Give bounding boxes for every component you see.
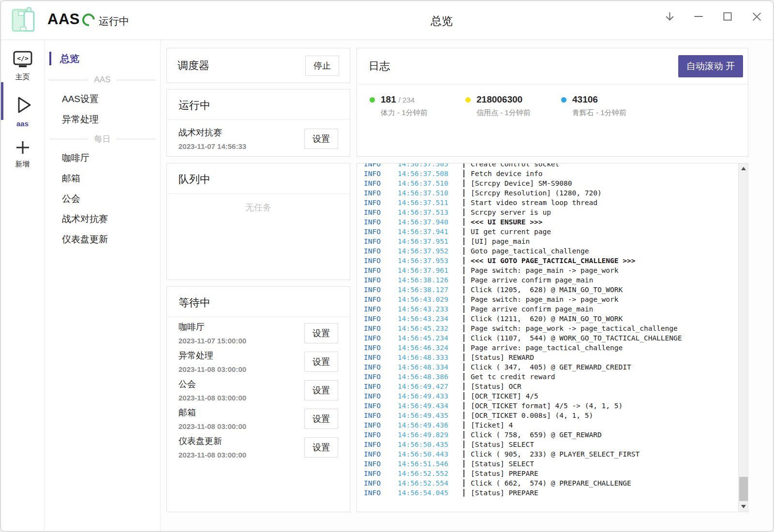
- waiting-settings-button[interactable]: 设置: [304, 409, 338, 429]
- log-scrollbar[interactable]: [738, 163, 748, 512]
- log-separator: [463, 392, 464, 400]
- waiting-task-time: 2023-11-08 03:00:00: [179, 365, 246, 373]
- log-message: [UI] page_main: [471, 236, 530, 246]
- stat-suffix: / 234: [399, 96, 415, 104]
- waiting-task-time: 2023-11-08 03:00:00: [179, 394, 246, 402]
- log-message: Page arrive: page_tactical_challenge: [471, 343, 623, 353]
- log-timestamp: 14:56:48.333: [398, 353, 460, 362]
- stat-value: 43106: [572, 94, 598, 105]
- log-separator: [463, 479, 464, 487]
- run-status-label: 运行中: [99, 15, 129, 28]
- log-level: INFO: [364, 227, 398, 236]
- log-separator: [463, 305, 464, 313]
- sidebar-item-overview[interactable]: 总览: [45, 50, 160, 67]
- rail-item-add[interactable]: 新增: [1, 139, 44, 169]
- log-message: Page switch: page_main -> page_work: [471, 266, 619, 275]
- log-message: Scrcpy server is up: [471, 207, 551, 217]
- log-separator: [463, 189, 464, 197]
- log-line: INFO14:56:52.554Click ( 662, 574) @ PREP…: [364, 478, 748, 488]
- icon-rail: </> 主页 aas 新增: [1, 40, 45, 532]
- log-level: INFO: [364, 430, 398, 440]
- log-line: INFO14:56:54.045[Status] PREPARE: [364, 488, 748, 498]
- log-line: INFO14:56:50.435[Status] SELECT: [364, 440, 748, 449]
- running-task-row: 战术对抗赛 2023-11-07 14:56:33 设置: [167, 120, 350, 150]
- sidebar-item[interactable]: 仪表盘更新: [45, 229, 160, 250]
- scrollbar-thumb[interactable]: [739, 477, 748, 501]
- log-timestamp: 14:56:37.510: [398, 188, 460, 198]
- log-timestamp: 14:56:49.427: [398, 382, 460, 391]
- sidebar-section-label: 每日: [89, 133, 117, 145]
- waiting-task-name: 仪表盘更新: [179, 435, 246, 447]
- log-lines: INFO14:56:37.505Create control socketINF…: [357, 163, 748, 498]
- log-message: Click ( 662, 574) @ PREPARE_CHALLENGE: [471, 478, 631, 488]
- log-line: INFO14:56:37.941UI get current page: [364, 227, 748, 236]
- rail-item-home[interactable]: </> 主页: [1, 50, 44, 82]
- divider-line: [49, 139, 89, 139]
- app-name: AAS: [47, 11, 80, 28]
- rail-item-aas[interactable]: aas: [1, 94, 44, 128]
- log-timestamp: 14:56:46.324: [398, 343, 460, 353]
- waiting-task-time: 2023-11-08 03:00:00: [179, 451, 246, 459]
- waiting-settings-button[interactable]: 设置: [304, 437, 338, 458]
- autoscroll-toggle-button[interactable]: 自动滚动 开: [678, 55, 743, 77]
- log-line: INFO14:56:37.508Fetch device info: [364, 169, 748, 178]
- log-message: Get tc credit reward: [471, 372, 555, 382]
- running-spinner-icon: [80, 11, 98, 29]
- waiting-settings-button[interactable]: 设置: [304, 380, 338, 400]
- divider: [167, 193, 350, 194]
- log-separator: [463, 460, 464, 468]
- log-timestamp: 14:56:45.234: [398, 333, 460, 343]
- waiting-settings-button[interactable]: 设置: [304, 352, 338, 372]
- log-timestamp: 14:56:48.386: [398, 372, 460, 382]
- waiting-rows: 咖啡厅2023-11-07 15:00:00设置异常处理2023-11-08 0…: [167, 317, 350, 459]
- minimize-button[interactable]: [691, 9, 706, 24]
- log-level: INFO: [364, 391, 398, 401]
- log-timestamp: 14:56:52.554: [398, 478, 460, 488]
- sidebar-item[interactable]: 咖啡厅: [45, 148, 160, 168]
- log-level: INFO: [364, 420, 398, 430]
- resource-stat: 181/ 234体力 - 1分钟前: [370, 94, 465, 118]
- log-line: INFO14:56:43.234Click (1211, 620) @ MAIN…: [364, 314, 748, 324]
- waiting-task-name: 邮箱: [179, 407, 246, 418]
- log-message: [Status] REWARD: [471, 353, 534, 362]
- sidebar-item[interactable]: 异常处理: [45, 109, 160, 130]
- download-icon[interactable]: [662, 9, 677, 24]
- sidebar-item[interactable]: 邮箱: [45, 168, 160, 189]
- log-message: [Status] SELECT: [471, 440, 534, 449]
- sidebar-item[interactable]: AAS设置: [45, 89, 160, 109]
- close-button[interactable]: [749, 9, 764, 24]
- waiting-task-row: 邮箱2023-11-08 03:00:00设置: [179, 407, 338, 430]
- maximize-button[interactable]: [720, 9, 735, 24]
- resource-stat: 43106青辉石 - 1分钟前: [561, 94, 657, 118]
- log-separator: [463, 286, 464, 294]
- stat-value: 181: [381, 94, 396, 105]
- sidebar-item[interactable]: 战术对抗赛: [45, 209, 160, 229]
- log-separator: [463, 450, 464, 458]
- log-timestamp: 14:56:37.513: [398, 207, 460, 217]
- log-level: INFO: [364, 488, 398, 498]
- log-line: INFO14:56:37.940<<< UI ENSURE >>>: [364, 217, 748, 227]
- log-line: INFO14:56:45.234Click (1107, 544) @ WORK…: [364, 333, 748, 343]
- log-line: INFO14:56:49.435[OCR_TICKET 0.008s] (4, …: [364, 411, 748, 420]
- log-line: INFO14:56:43.233Page arrive confirm page…: [364, 304, 748, 314]
- stat-dot-icon: [465, 97, 471, 103]
- plus-icon: [14, 139, 32, 156]
- waiting-settings-button[interactable]: 设置: [304, 323, 338, 343]
- stat-value: 218006300: [476, 94, 522, 105]
- log-message: [OCR_TICKET 0.008s] (4, 1, 5): [471, 411, 593, 420]
- running-settings-button[interactable]: 设置: [304, 129, 338, 149]
- queue-card: 队列中 无任务: [166, 163, 350, 280]
- log-separator: [463, 163, 464, 168]
- log-level: INFO: [364, 372, 398, 382]
- scrollbar-down-arrow-icon[interactable]: [741, 505, 746, 508]
- log-level: INFO: [364, 353, 398, 362]
- sidebar-item[interactable]: 公会: [45, 189, 160, 209]
- log-level: INFO: [364, 285, 398, 295]
- log-timestamp: 14:56:37.953: [398, 256, 460, 266]
- log-message: Click ( 347, 405) @ GET_REWARD_CREDIT: [471, 362, 631, 372]
- divider-line: [117, 139, 156, 139]
- log-message: Click ( 905, 233) @ PLAYER_SELECT_FIRST: [471, 449, 640, 459]
- waiting-task-name: 异常处理: [179, 350, 246, 361]
- stop-button[interactable]: 停止: [305, 56, 339, 76]
- scrollbar-up-arrow-icon[interactable]: [741, 167, 746, 170]
